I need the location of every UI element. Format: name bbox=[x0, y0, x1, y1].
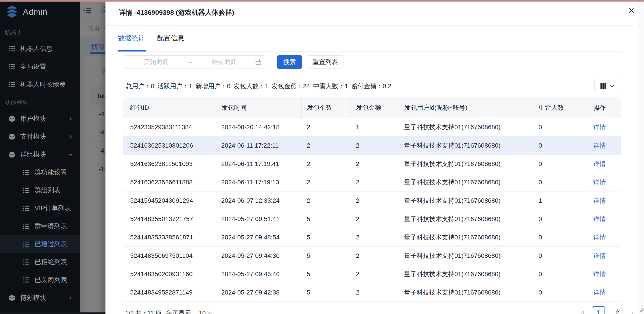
table-header-row: 红包ID发包时间发包个数发包金额发包用户id(昵称+账号)中雷人数操作 bbox=[123, 97, 621, 118]
column-header-发包用户id(昵称+账号): 发包用户id(昵称+账号) bbox=[393, 97, 529, 118]
sidebar-item-label: 已通过列表 bbox=[34, 240, 67, 249]
cell: 524163623526611888 bbox=[123, 173, 216, 191]
cell: 量子科技技术支持01(7167608680) bbox=[393, 247, 529, 265]
cell: 0 bbox=[529, 173, 573, 191]
cell: 5 bbox=[301, 228, 350, 246]
detail-link[interactable]: 详情 bbox=[593, 160, 606, 168]
detail-link[interactable]: 详情 bbox=[593, 252, 606, 260]
sidebar-item-label: 群组模块 bbox=[20, 150, 46, 159]
table-row: 5241483495828711492024-05-27 09:42:3852量… bbox=[123, 283, 621, 302]
detail-link[interactable]: 详情 bbox=[593, 196, 606, 205]
chevron-down-icon bbox=[68, 152, 73, 157]
reset-list-button[interactable]: 重置列表 bbox=[307, 55, 344, 69]
sidebar-item-label: 群申请列表 bbox=[34, 222, 67, 231]
sidebar-item-已关闭列表[interactable]: 已关闭列表 bbox=[0, 271, 80, 289]
sidebar-item-label: 全局设置 bbox=[20, 62, 46, 71]
tab-data-statistics[interactable]: 数据统计 bbox=[118, 34, 145, 43]
sidebar-item-群组模块[interactable]: 群组模块 bbox=[0, 146, 80, 163]
prev-page-icon[interactable] bbox=[581, 310, 586, 314]
detail-link[interactable]: 详情 bbox=[593, 215, 606, 223]
page-button-1[interactable]: 1 bbox=[592, 306, 605, 314]
scrollbar-track[interactable] bbox=[638, 0, 644, 314]
filter-bar: 开始时间 – 结束时间 搜索 重置列表 bbox=[123, 55, 344, 69]
sidebar-item-label: VIP订单列表 bbox=[34, 204, 71, 213]
logo: Admin bbox=[0, 0, 80, 24]
cell: 0 bbox=[529, 265, 573, 283]
detail-link[interactable]: 详情 bbox=[593, 233, 606, 242]
drawer-mask[interactable] bbox=[80, 0, 106, 314]
detail-link[interactable]: 详情 bbox=[593, 288, 606, 297]
stat-中雷人数: 中雷人数：1 bbox=[313, 82, 348, 91]
sidebar-item-群申请列表[interactable]: 群申请列表 bbox=[0, 217, 80, 235]
list-icon bbox=[8, 63, 16, 70]
cell: 2 bbox=[350, 173, 393, 191]
detail-link[interactable]: 详情 bbox=[593, 123, 606, 132]
cell: 2 bbox=[350, 210, 393, 228]
sidebar-section-label: 功能模块 bbox=[0, 94, 80, 110]
per-page-label: 每页显示 bbox=[166, 309, 191, 314]
cell: 量子科技技术支持01(7167608680) bbox=[393, 155, 529, 173]
detail-link[interactable]: 详情 bbox=[593, 178, 606, 186]
list-icon bbox=[8, 81, 16, 88]
cell: 0 bbox=[529, 228, 573, 246]
column-settings-button[interactable] bbox=[594, 79, 620, 93]
sidebar-item-VIP订单列表[interactable]: VIP订单列表 bbox=[0, 199, 80, 217]
cell: 2 bbox=[350, 247, 393, 265]
cell: 2 bbox=[301, 136, 350, 155]
cell: 5 bbox=[301, 283, 350, 302]
stat-赔付金额: 赔付金额：0.2 bbox=[351, 82, 391, 91]
detail-drawer: 详情 -4136909398 (游戏机器人体验群) ✕ 数据统计 配置信息 开始… bbox=[106, 0, 644, 314]
cell-action: 详情 bbox=[573, 173, 621, 191]
sidebar-item-已通过列表[interactable]: 已通过列表 bbox=[0, 235, 80, 253]
sidebar-section-label: 机器人 bbox=[0, 24, 80, 40]
list-icon bbox=[22, 187, 30, 194]
date-range-input[interactable]: 开始时间 – 结束时间 bbox=[123, 55, 266, 69]
sidebar-item-支付模块[interactable]: 支付模块 bbox=[0, 128, 80, 146]
module-box-icon bbox=[8, 115, 16, 122]
cell: 量子科技技术支持01(7167608680) bbox=[393, 283, 529, 302]
window-top-strip bbox=[0, 0, 644, 1]
page-size-select[interactable]: 10 bbox=[196, 307, 215, 314]
cell: 2024-05-27 09:51:41 bbox=[216, 210, 301, 228]
detail-link[interactable]: 详情 bbox=[593, 141, 606, 150]
cell: 2 bbox=[350, 155, 393, 173]
cell-action: 详情 bbox=[573, 118, 621, 136]
sidebar-item-群功能设置[interactable]: 群功能设置 bbox=[0, 163, 80, 181]
cell: 2 bbox=[301, 155, 350, 173]
tab-config-info[interactable]: 配置信息 bbox=[157, 34, 184, 43]
cell: 量子科技技术支持01(7167608680) bbox=[393, 118, 529, 136]
chevron-down-icon bbox=[610, 84, 614, 88]
sidebar-item-机器人信息[interactable]: 机器人信息 bbox=[0, 40, 80, 58]
sidebar-item-label: 用户模块 bbox=[20, 114, 46, 123]
sidebar-item-用户模块[interactable]: 用户模块 bbox=[0, 110, 80, 128]
module-box-icon bbox=[8, 151, 16, 158]
cell: 2024-05-27 09:43:40 bbox=[216, 265, 301, 283]
screen: 顶部 首页 / 群 博彩模块 请输 Tele -413-421-420-100 bbox=[0, 0, 644, 314]
sidebar-item-博彩模块[interactable]: 博彩模块 bbox=[0, 289, 80, 307]
logo-icon bbox=[5, 5, 19, 19]
cell: 量子科技技术支持01(7167608680) bbox=[393, 173, 529, 191]
list-icon bbox=[22, 223, 30, 230]
next-page-icon[interactable] bbox=[630, 310, 635, 314]
sidebar-item-群组列表[interactable]: 群组列表 bbox=[0, 181, 80, 199]
sidebar-item-label: 机器人信息 bbox=[20, 44, 53, 53]
sidebar-item-全局设置[interactable]: 全局设置 bbox=[0, 58, 80, 76]
page-button-2[interactable]: 2 bbox=[611, 306, 624, 314]
chevron-down-icon bbox=[208, 311, 212, 314]
table-row: 5241483506975011042024-05-27 09:44:3052量… bbox=[123, 247, 621, 265]
redpacket-table: 红包ID发包时间发包个数发包金额发包用户id(昵称+账号)中雷人数操作 5242… bbox=[123, 97, 621, 302]
cell: 2024-05-27 09:44:30 bbox=[216, 247, 301, 265]
search-button[interactable]: 搜索 bbox=[277, 55, 302, 69]
close-icon[interactable]: ✕ bbox=[627, 5, 636, 16]
cell: 量子科技技术支持01(7167608680) bbox=[393, 136, 529, 155]
pagination-summary-group: 1/2 共：11 项 每页显示 10 bbox=[125, 307, 215, 314]
table-row: 5241636235266118882024-06-11 17:19:1322量… bbox=[123, 173, 621, 191]
cell: 0 bbox=[529, 247, 573, 265]
cell: 2 bbox=[301, 173, 350, 191]
sidebar-item-机器人时长续费[interactable]: 机器人时长续费 bbox=[0, 76, 80, 94]
cell: 2024-06-07 12:33:24 bbox=[216, 191, 301, 210]
sidebar-item-已拒绝列表[interactable]: 已拒绝列表 bbox=[0, 253, 80, 271]
range-separator: – bbox=[187, 58, 194, 66]
detail-link[interactable]: 详情 bbox=[593, 270, 606, 278]
list-icon bbox=[22, 259, 30, 265]
